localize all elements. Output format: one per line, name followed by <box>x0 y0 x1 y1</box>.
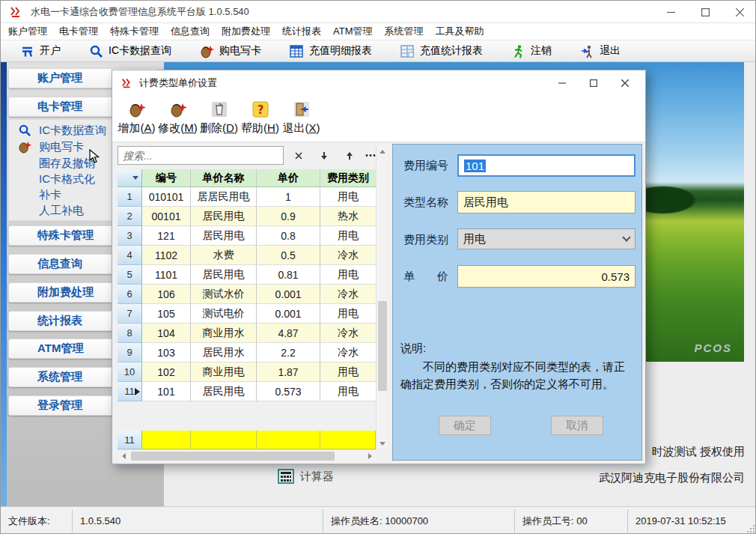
open-account-icon <box>20 44 34 58</box>
license-line-2: 武汉阿迪克电子股份有限公司 <box>599 471 745 485</box>
menu-tools-help[interactable]: 工具及帮助 <box>430 23 488 40</box>
search-prev-button[interactable] <box>338 146 361 165</box>
table-row[interactable]: 1010101居居民用电1用电 <box>118 187 376 207</box>
menu-system[interactable]: 系统管理 <box>379 23 427 40</box>
scroll-down-button[interactable] <box>377 437 388 449</box>
left-accent-strip <box>1 62 7 506</box>
app-window: 水电一卡通综合收费管理信息系统平台版 1.0.5.540 账户管理 电卡管理 特… <box>0 0 756 534</box>
toolbar-ic-card-query[interactable]: IC卡数据查询 <box>89 44 171 58</box>
dialog-close-button[interactable] <box>609 70 641 95</box>
toolbar-logout[interactable]: 注销 <box>511 44 552 58</box>
unit-price-input[interactable]: 0.573 <box>457 265 635 288</box>
cancel-button[interactable]: 取消 <box>551 416 603 435</box>
menu-atm[interactable]: ATM管理 <box>329 23 377 40</box>
toolbar-buy-write-card[interactable]: 购电写卡 <box>200 44 261 58</box>
delete-icon <box>211 101 228 118</box>
table-row[interactable]: 41102水费0.5冷水 <box>118 246 376 265</box>
table-row[interactable]: 9103居民用水2.2冷水 <box>118 343 376 362</box>
calculator-label: 计算器 <box>300 470 334 484</box>
table-row[interactable]: 3121居民用电0.8用电 <box>118 226 376 246</box>
col-header-name[interactable]: 单价名称 <box>191 169 257 187</box>
operator-name: 操作员姓名: 10000700 <box>323 507 514 534</box>
col-header-code[interactable]: 编号 <box>142 169 191 187</box>
menu-info-query[interactable]: 信息查询 <box>166 23 214 40</box>
type-name-input[interactable]: 居民用电 <box>457 191 635 213</box>
write-card-icon <box>200 44 214 58</box>
category-select[interactable]: 用电 <box>457 228 635 249</box>
stats-report-icon <box>400 44 415 58</box>
exit-icon <box>580 44 594 58</box>
menu-surcharge[interactable]: 附加费处理 <box>217 23 275 40</box>
table-row-current[interactable]: 11 101居民用电0.573用电 <box>118 382 376 401</box>
col-header-category[interactable]: 费用类别 <box>320 169 376 187</box>
search-next-button[interactable] <box>313 146 335 165</box>
right-arrow-icon <box>368 453 372 459</box>
menu-report[interactable]: 统计报表 <box>278 23 326 40</box>
table-corner-filter[interactable] <box>118 169 142 187</box>
calculator-shortcut[interactable]: 计算器 <box>278 469 334 484</box>
minimize-button[interactable] <box>653 1 688 23</box>
fee-code-label: 费用编号 <box>403 154 448 177</box>
add-button[interactable]: 增加(A) <box>116 95 157 140</box>
photo-watermark: PCOS <box>694 342 732 354</box>
table-row[interactable]: 8104商业用水4.87冷水 <box>118 324 376 343</box>
mouse-cursor <box>89 149 101 164</box>
add-icon <box>128 100 146 118</box>
table-horizontal-scrollbar[interactable] <box>118 449 376 461</box>
maximize-button[interactable] <box>688 1 722 23</box>
table-row[interactable]: 51101居民用电0.81用电 <box>118 265 376 285</box>
table-row[interactable]: 10102商业用电1.87用电 <box>118 362 376 382</box>
up-arrow-icon <box>379 150 385 154</box>
table-row[interactable]: 200101居民用电0.9热水 <box>118 207 376 226</box>
help-button[interactable]: ? 帮助(H) <box>240 95 281 140</box>
modify-button[interactable]: 修改(M) <box>157 95 198 140</box>
dialog-maximize-button[interactable] <box>578 70 609 95</box>
menu-special-card[interactable]: 特殊卡管理 <box>106 23 163 40</box>
dialog-toolbar: 增加(A) 修改(M) 删除(D) ? 帮助(H) 退出(X) <box>112 95 645 142</box>
search-input[interactable] <box>118 146 284 165</box>
menu-account[interactable]: 账户管理 <box>4 23 52 40</box>
scroll-up-button[interactable] <box>377 145 388 157</box>
close-button[interactable] <box>722 1 756 23</box>
filter-dropdown-icon <box>132 176 138 180</box>
unit-price-label: 单 价 <box>403 265 448 288</box>
help-icon: ? <box>252 101 269 118</box>
resize-grip[interactable] <box>747 525 755 533</box>
table-row[interactable]: 7105测试电价0.001用电 <box>118 304 376 324</box>
note-text: 不同的费用类别对应不同类型的表，请正确指定费用类别，否则你的定义将不可用。 <box>400 359 634 392</box>
edit-panel: 费用编号 101 类型名称 居民用电 费用类别 用电 单 价 0.573 说明:… <box>392 144 642 461</box>
note-label: 说明: <box>400 342 426 356</box>
left-arrow-icon <box>122 453 126 459</box>
search-card-icon <box>18 124 31 137</box>
type-name-label: 类型名称 <box>403 191 448 213</box>
file-version-value: 1.0.5.540 <box>73 507 323 534</box>
status-bar: 文件版本: 1.0.5.540 操作员姓名: 10000700 操作员工号: 0… <box>1 506 756 534</box>
exit-dialog-button[interactable]: 退出(X) <box>281 95 322 140</box>
table-row[interactable]: 6106测试水价0.001冷水 <box>118 285 376 304</box>
search-card-icon <box>89 44 103 58</box>
search-clear-button[interactable] <box>287 146 310 165</box>
col-header-price[interactable]: 单价 <box>257 169 320 187</box>
table-search-row <box>112 145 388 168</box>
app-logo-icon <box>10 5 23 19</box>
toolbar-open-account[interactable]: 开户 <box>20 44 61 58</box>
dialog-title: 计费类型单价设置 <box>139 76 217 90</box>
toolbar-exit[interactable]: 退出 <box>580 44 621 58</box>
table-vertical-scrollbar[interactable] <box>376 145 388 449</box>
vertical-scroll-thumb[interactable] <box>378 301 387 391</box>
window-title: 水电一卡通综合收费管理信息系统平台版 1.0.5.540 <box>31 5 249 19</box>
scroll-left-button[interactable] <box>118 450 129 462</box>
ok-button[interactable]: 确定 <box>439 416 491 435</box>
dialog-minimize-button[interactable] <box>546 70 578 95</box>
table-footer-row: 11 <box>118 431 376 449</box>
menu-ecard[interactable]: 电卡管理 <box>55 23 103 40</box>
client-area: PCOS 账户管理 电卡管理 IC卡数据查询 购电写卡 圈存及撤销 IC卡格式化… <box>1 62 756 506</box>
delete-button[interactable]: 删除(D) <box>198 95 240 140</box>
toolbar-recharge-detail-report[interactable]: 充值明细报表 <box>290 44 372 58</box>
toolbar-recharge-stats-report[interactable]: 充值统计报表 <box>400 44 483 58</box>
chevron-down-icon <box>622 233 630 241</box>
scroll-right-button[interactable] <box>364 450 376 462</box>
horizontal-scroll-thumb[interactable] <box>131 452 335 461</box>
unit-price-settings-dialog: 计费类型单价设置 增加(A) 修改(M) 删除(D) <box>112 70 646 464</box>
fee-code-input[interactable]: 101 <box>457 154 635 177</box>
